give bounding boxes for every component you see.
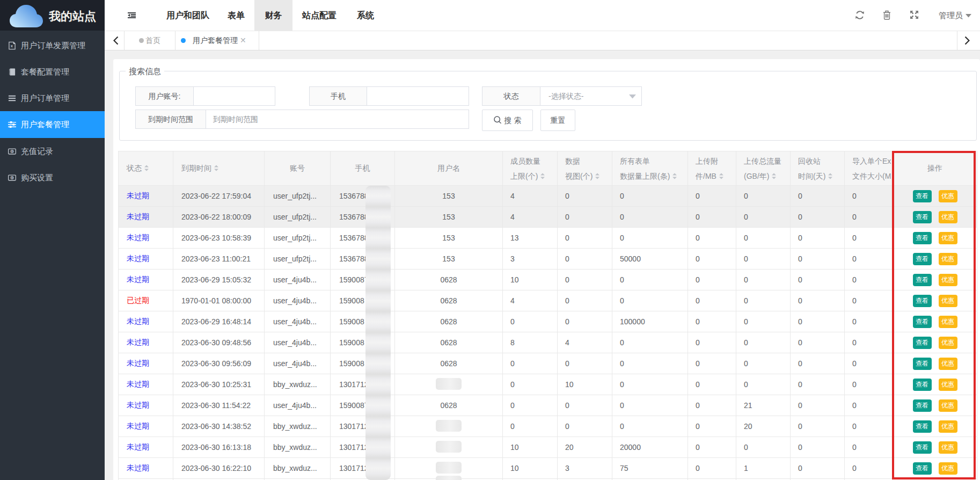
svg-text:0: 0 [11,150,13,153]
svg-text:x: x [11,43,13,48]
svg-text:0: 0 [11,176,13,179]
